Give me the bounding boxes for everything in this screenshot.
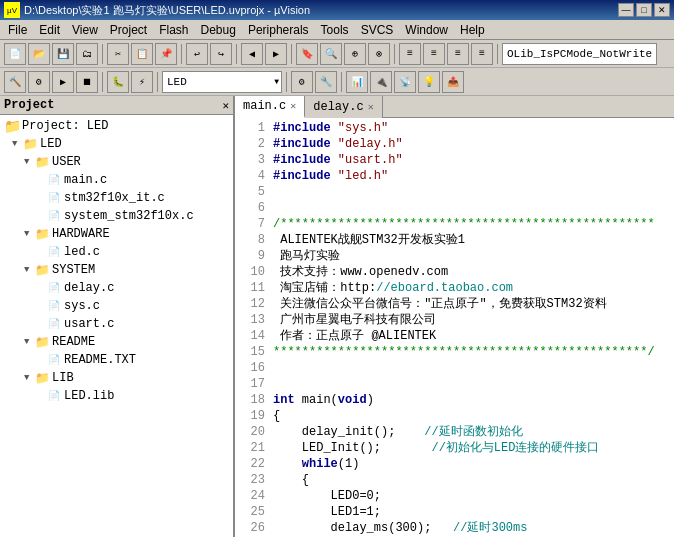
menu-item-view[interactable]: View: [66, 21, 104, 39]
tree-item-README[interactable]: ▼📁README: [0, 333, 233, 351]
menu-item-project[interactable]: Project: [104, 21, 153, 39]
rebuild-button[interactable]: ⚙: [28, 71, 50, 93]
open-button[interactable]: 📂: [28, 43, 50, 65]
line-number: 6: [241, 200, 265, 216]
menu-item-help[interactable]: Help: [454, 21, 491, 39]
find2-button[interactable]: ⊕: [344, 43, 366, 65]
nav-back-button[interactable]: ◀: [241, 43, 263, 65]
notwrite-button[interactable]: OLib_IsPCMode_NotWrite: [502, 43, 657, 65]
find3-button[interactable]: ⊗: [368, 43, 390, 65]
run-button[interactable]: ▶: [52, 71, 74, 93]
line-code: 作者：正点原子 @ALIENTEK: [273, 328, 436, 344]
indent-button[interactable]: ≡: [399, 43, 421, 65]
code-line-26: 26 delay_ms(300); //延时300ms: [241, 520, 668, 536]
code-line-24: 24 LED0=0;: [241, 488, 668, 504]
tree-item-LED[interactable]: ▼📁LED: [0, 135, 233, 153]
tree-item-HARDWARE[interactable]: ▼📁HARDWARE: [0, 225, 233, 243]
tree-item-sys-c[interactable]: 📄sys.c: [0, 297, 233, 315]
line-code: while(1): [273, 456, 359, 472]
wizard-button[interactable]: 🔧: [315, 71, 337, 93]
line-code: delay_init(); //延时函数初始化: [273, 424, 523, 440]
debug-button[interactable]: 🐛: [107, 71, 129, 93]
tree-label: delay.c: [64, 281, 114, 295]
tree-item-stm32f10x_it-c[interactable]: 📄stm32f10x_it.c: [0, 189, 233, 207]
save-all-button[interactable]: 🗂: [76, 43, 98, 65]
code-content[interactable]: 1#include "sys.h"2#include "delay.h"3#in…: [235, 118, 674, 537]
tab-close-icon[interactable]: ✕: [368, 101, 374, 113]
project-root[interactable]: 📁Project: LED: [0, 117, 233, 135]
code-line-13: 13 广州市星翼电子科技有限公司: [241, 312, 668, 328]
tree-item-delay-c[interactable]: 📄delay.c: [0, 279, 233, 297]
menu-item-flash[interactable]: Flash: [153, 21, 194, 39]
code-line-8: 8 ALIENTEK战舰STM32开发板实验1: [241, 232, 668, 248]
code-line-6: 6: [241, 200, 668, 216]
main-area: Project ✕ 📁Project: LED▼📁LED▼📁USER📄main.…: [0, 96, 674, 537]
project-title: Project: [4, 98, 54, 112]
tool1-button[interactable]: 📊: [346, 71, 368, 93]
tree-item-README-TXT[interactable]: 📄README.TXT: [0, 351, 233, 369]
line-code: #include "delay.h": [273, 136, 403, 152]
menu-item-debug[interactable]: Debug: [195, 21, 242, 39]
paste-button[interactable]: 📌: [155, 43, 177, 65]
menu-item-tools[interactable]: Tools: [315, 21, 355, 39]
code-line-16: 16: [241, 360, 668, 376]
sep3: [236, 44, 237, 64]
settings-button[interactable]: ⚙: [291, 71, 313, 93]
menu-item-file[interactable]: File: [2, 21, 33, 39]
project-tree: 📁Project: LED▼📁LED▼📁USER📄main.c📄stm32f10…: [0, 115, 233, 537]
project-root-label: Project: LED: [22, 119, 108, 133]
line-number: 23: [241, 472, 265, 488]
indent3-button[interactable]: ≡: [447, 43, 469, 65]
tool3-button[interactable]: 📡: [394, 71, 416, 93]
tree-item-usart-c[interactable]: 📄usart.c: [0, 315, 233, 333]
maximize-button[interactable]: □: [636, 3, 652, 17]
tree-item-LIB[interactable]: ▼📁LIB: [0, 369, 233, 387]
tree-item-main-c[interactable]: 📄main.c: [0, 171, 233, 189]
tab-delay-c[interactable]: delay.c✕: [305, 96, 382, 118]
bookmark-button[interactable]: 🔖: [296, 43, 318, 65]
menu-item-svcs[interactable]: SVCS: [355, 21, 400, 39]
menu-item-edit[interactable]: Edit: [33, 21, 66, 39]
line-number: 15: [241, 344, 265, 360]
line-code: int main(void): [273, 392, 374, 408]
find-button[interactable]: 🔍: [320, 43, 342, 65]
line-number: 4: [241, 168, 265, 184]
undo-button[interactable]: ↩: [186, 43, 208, 65]
tree-item-system_stm32f10x-c[interactable]: 📄system_stm32f10x.c: [0, 207, 233, 225]
project-close-button[interactable]: ✕: [222, 99, 229, 112]
indent2-button[interactable]: ≡: [423, 43, 445, 65]
menu-item-peripherals[interactable]: Peripherals: [242, 21, 315, 39]
copy-button[interactable]: 📋: [131, 43, 153, 65]
tab-main-c[interactable]: main.c✕: [235, 96, 305, 118]
target-dropdown[interactable]: LED ▼: [162, 71, 282, 93]
tree-label: sys.c: [64, 299, 100, 313]
stop-button[interactable]: ⏹: [76, 71, 98, 93]
redo-button[interactable]: ↪: [210, 43, 232, 65]
line-code: ALIENTEK战舰STM32开发板实验1: [273, 232, 465, 248]
menu-item-window[interactable]: Window: [399, 21, 454, 39]
tab-close-icon[interactable]: ✕: [290, 100, 296, 112]
tree-label: README: [52, 335, 95, 349]
tree-item-SYSTEM[interactable]: ▼📁SYSTEM: [0, 261, 233, 279]
new-button[interactable]: 📄: [4, 43, 26, 65]
line-number: 12: [241, 296, 265, 312]
close-button[interactable]: ✕: [654, 3, 670, 17]
tree-item-USER[interactable]: ▼📁USER: [0, 153, 233, 171]
tree-item-led-c[interactable]: 📄led.c: [0, 243, 233, 261]
save-button[interactable]: 💾: [52, 43, 74, 65]
flash-button[interactable]: ⚡: [131, 71, 153, 93]
tool5-button[interactable]: 📤: [442, 71, 464, 93]
tool4-button[interactable]: 💡: [418, 71, 440, 93]
title-bar: µV D:\Desktop\实验1 跑马灯实验\USER\LED.uvprojx…: [0, 0, 674, 20]
editor-panel: main.c✕delay.c✕ 1#include "sys.h"2#inclu…: [235, 96, 674, 537]
cut-button[interactable]: ✂: [107, 43, 129, 65]
indent4-button[interactable]: ≡: [471, 43, 493, 65]
tool2-button[interactable]: 🔌: [370, 71, 392, 93]
tree-item-LED-lib[interactable]: 📄LED.lib: [0, 387, 233, 405]
minimize-button[interactable]: —: [618, 3, 634, 17]
build-button[interactable]: 🔨: [4, 71, 26, 93]
line-code: delay_ms(300); //延时300ms: [273, 520, 527, 536]
sep9: [286, 72, 287, 92]
nav-fwd-button[interactable]: ▶: [265, 43, 287, 65]
line-code: 关注微信公众平台微信号："正点原子"，免费获取STM32资料: [273, 296, 607, 312]
